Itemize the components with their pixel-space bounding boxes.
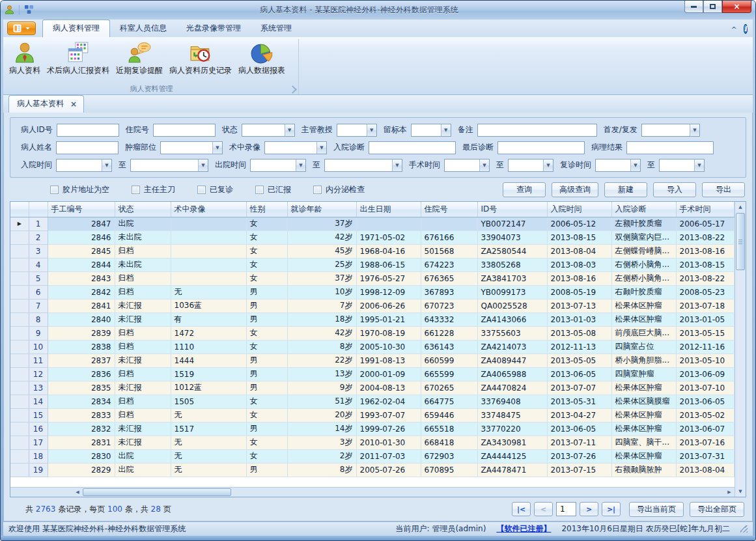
chevron-down-icon[interactable]: ▼ bbox=[316, 142, 326, 154]
remark-input[interactable] bbox=[477, 124, 597, 137]
chevron-down-icon[interactable]: ▼ bbox=[102, 160, 111, 171]
row-selector-cell[interactable] bbox=[10, 354, 29, 367]
info-icon[interactable]: i bbox=[744, 24, 748, 34]
row-selector-cell[interactable] bbox=[10, 340, 29, 354]
first-page-button[interactable]: |< bbox=[512, 502, 531, 516]
admission-time-to-combo[interactable]: ▼ bbox=[130, 159, 208, 172]
row-selector-cell[interactable] bbox=[10, 408, 29, 422]
column-header[interactable]: 入院时间 bbox=[547, 202, 611, 217]
last-page-button[interactable]: >| bbox=[602, 502, 621, 516]
column-header[interactable]: ID号 bbox=[477, 202, 547, 217]
scroll-up-icon[interactable]: ▲ bbox=[735, 202, 746, 212]
horizontal-scrollbar[interactable]: ◀ ▶ bbox=[10, 487, 735, 497]
professor-combo[interactable]: ▼ bbox=[337, 124, 377, 137]
table-row[interactable]: 192829出院无男8岁2005-07-26670895ZA4478471201… bbox=[10, 463, 735, 477]
final-diagnosis-input[interactable] bbox=[497, 141, 585, 154]
scroll-left-icon[interactable]: ◀ bbox=[72, 488, 83, 497]
surgery-time-from-combo[interactable]: ▼ bbox=[444, 159, 490, 172]
row-selector-cell[interactable] bbox=[10, 449, 29, 463]
chevron-down-icon[interactable]: ▼ bbox=[630, 160, 640, 171]
pathology-result-input[interactable] bbox=[626, 141, 714, 154]
chevron-down-icon[interactable]: ▼ bbox=[479, 160, 489, 171]
row-selector-cell[interactable] bbox=[10, 326, 29, 340]
maximize-button[interactable] bbox=[703, 1, 722, 13]
table-row[interactable]: 72841未汇报1036蓝男7岁2006-06-26670723QA002552… bbox=[10, 299, 735, 312]
tab-patient-data-management[interactable]: 病人资料管理 bbox=[42, 20, 110, 37]
column-header[interactable]: 就诊年龄 bbox=[287, 202, 356, 217]
chevron-down-icon[interactable]: ▼ bbox=[392, 160, 402, 171]
specimen-combo[interactable]: ▼ bbox=[411, 124, 451, 137]
tumor-site-combo[interactable]: ▼ bbox=[160, 141, 223, 154]
table-row[interactable]: 122836归档1519男13岁2000-01-09665599ZA406598… bbox=[10, 367, 735, 381]
surgery-time-to-combo[interactable]: ▼ bbox=[508, 159, 553, 172]
scroll-down-icon[interactable]: ▼ bbox=[735, 486, 746, 497]
column-header[interactable]: 住院号 bbox=[421, 202, 477, 217]
row-selector-cell[interactable] bbox=[10, 381, 29, 395]
column-header[interactable]: 性别 bbox=[246, 202, 287, 217]
revisit-reminder-button[interactable]: 近期复诊提醒 bbox=[113, 40, 166, 77]
close-button[interactable]: × bbox=[722, 1, 751, 13]
row-selector-cell[interactable] bbox=[10, 271, 29, 285]
row-selector-cell[interactable] bbox=[10, 312, 29, 326]
film-address-empty-checkbox[interactable]: 胶片地址为空 bbox=[50, 184, 109, 195]
row-selector-cell[interactable] bbox=[10, 422, 29, 436]
row-selector-cell[interactable] bbox=[10, 244, 29, 258]
chevron-down-icon[interactable]: ▼ bbox=[212, 142, 222, 154]
table-row[interactable]: 132835未汇报1012蓝男9岁2004-08-13670265ZA44708… bbox=[10, 381, 735, 395]
column-header[interactable]: 术中录像 bbox=[171, 202, 246, 217]
discharge-time-to-combo[interactable]: ▼ bbox=[324, 159, 402, 172]
table-row[interactable]: 62842归档无男10岁1998-12-09367893YB0099173200… bbox=[10, 285, 735, 299]
checkbox-box[interactable] bbox=[197, 186, 206, 194]
next-page-button[interactable]: > bbox=[580, 502, 598, 516]
patient-id-input[interactable] bbox=[57, 124, 119, 137]
tab-system-management[interactable]: 系统管理 bbox=[251, 20, 301, 37]
first-recurrence-combo[interactable]: ▼ bbox=[641, 124, 700, 137]
scroll-right-icon[interactable]: ▶ bbox=[724, 488, 735, 497]
table-row[interactable]: 92839归档1472女42岁1970-08-19661228337556032… bbox=[10, 326, 735, 340]
chevron-up-icon[interactable]: ^ bbox=[731, 25, 737, 34]
new-button[interactable]: 新建 bbox=[604, 182, 647, 197]
resize-grip-icon[interactable] bbox=[740, 525, 748, 533]
chevron-down-icon[interactable]: ▼ bbox=[285, 124, 294, 136]
table-row[interactable]: 32845归档女45岁1968-04-16501568ZA25805442013… bbox=[10, 244, 735, 258]
data-report-button[interactable]: 病人数据报表 bbox=[235, 40, 288, 77]
row-selector-cell[interactable] bbox=[10, 285, 29, 299]
table-row[interactable]: 142834归档1505女51岁1962-02-0466477533769408… bbox=[10, 395, 735, 408]
export-all-pages-button[interactable]: 导出全部页 bbox=[690, 502, 744, 517]
table-row[interactable]: 52843归档女37岁1976-05-27676365ZA38417032013… bbox=[10, 271, 735, 285]
checkbox-box[interactable] bbox=[255, 186, 264, 194]
hscroll-thumb[interactable] bbox=[83, 488, 231, 496]
table-row[interactable]: 112837未汇报1444男22岁1991-08-13660599ZA40894… bbox=[10, 354, 735, 367]
column-header[interactable]: 手工编号 bbox=[48, 202, 115, 217]
checkbox-box[interactable] bbox=[132, 186, 140, 194]
minimize-button[interactable] bbox=[684, 1, 703, 13]
reported-checkbox[interactable]: 已汇报 bbox=[255, 184, 291, 195]
chevron-down-icon[interactable]: ▼ bbox=[296, 160, 305, 171]
patient-name-input[interactable] bbox=[56, 141, 119, 154]
intraop-video-combo[interactable]: ▼ bbox=[264, 141, 327, 154]
page-number-input[interactable]: 1 bbox=[556, 502, 576, 516]
column-header[interactable] bbox=[29, 202, 48, 217]
table-row[interactable]: 172831未汇报无女3岁2010-01-30668418ZA343098120… bbox=[10, 436, 735, 449]
chevron-down-icon[interactable]: ▼ bbox=[694, 160, 704, 171]
vscroll-thumb[interactable] bbox=[736, 213, 745, 270]
table-row[interactable]: 152833归档无女20岁1993-07-0765944633748475201… bbox=[10, 408, 735, 422]
admission-time-from-combo[interactable]: ▼ bbox=[56, 159, 112, 172]
revisited-checkbox[interactable]: 已复诊 bbox=[197, 184, 233, 195]
software-registered-link[interactable]: 【软件已注册】 bbox=[496, 523, 551, 534]
tab-department-staff-info[interactable]: 科室人员信息 bbox=[110, 20, 176, 37]
admission-diagnosis-input[interactable] bbox=[369, 141, 456, 154]
patient-data-button[interactable]: 病人资料 bbox=[6, 40, 44, 77]
import-button[interactable]: 导入 bbox=[653, 182, 696, 197]
table-row[interactable]: 162832未汇报1517男14岁1999-07-266655183377022… bbox=[10, 422, 735, 436]
row-selector-cell[interactable] bbox=[10, 299, 29, 312]
prev-page-button[interactable]: < bbox=[534, 502, 553, 516]
tab-disc-video-management[interactable]: 光盘录像带管理 bbox=[176, 20, 251, 37]
row-selector-cell[interactable]: ▶ bbox=[10, 217, 29, 230]
checkbox-box[interactable] bbox=[50, 186, 59, 194]
postop-report-button[interactable]: 术后病人汇报资料 bbox=[44, 40, 113, 77]
chevron-down-icon[interactable]: ▼ bbox=[690, 124, 699, 136]
export-current-page-button[interactable]: 导出当前页 bbox=[629, 502, 684, 517]
table-row[interactable]: 42844未出院女25岁1988-06-15674223338052682013… bbox=[10, 258, 735, 271]
discharge-time-from-combo[interactable]: ▼ bbox=[250, 159, 306, 172]
